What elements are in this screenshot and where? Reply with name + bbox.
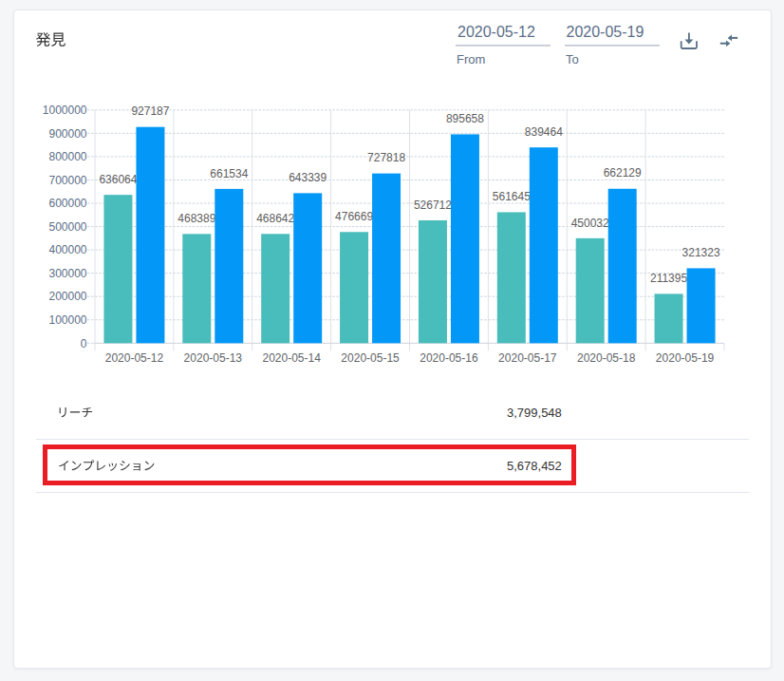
svg-text:2020-05-19: 2020-05-19: [567, 24, 644, 40]
svg-text:2020-05-15: 2020-05-15: [341, 351, 400, 365]
svg-text:0: 0: [81, 337, 87, 350]
svg-text:643339: 643339: [289, 171, 327, 184]
svg-text:700000: 700000: [48, 174, 86, 187]
svg-text:400000: 400000: [48, 243, 86, 256]
svg-text:526712: 526712: [414, 199, 452, 212]
svg-text:3,799,548: 3,799,548: [507, 406, 562, 420]
svg-text:2020-05-12: 2020-05-12: [457, 24, 535, 40]
svg-text:From: From: [457, 52, 485, 66]
svg-text:2020-05-19: 2020-05-19: [656, 351, 715, 365]
svg-text:476669: 476669: [335, 210, 373, 223]
svg-text:900000: 900000: [48, 127, 86, 141]
svg-text:500000: 500000: [48, 220, 86, 234]
svg-text:636064: 636064: [99, 173, 137, 186]
svg-text:561645: 561645: [493, 190, 531, 203]
svg-text:300000: 300000: [48, 267, 86, 280]
svg-text:2020-05-16: 2020-05-16: [420, 351, 478, 365]
svg-text:468389: 468389: [177, 212, 215, 225]
svg-text:927187: 927187: [131, 104, 169, 118]
svg-text:To: To: [566, 52, 579, 66]
svg-text:100000: 100000: [48, 313, 86, 327]
svg-text:1000000: 1000000: [43, 104, 87, 117]
svg-text:211395: 211395: [650, 272, 687, 285]
svg-text:2020-05-18: 2020-05-18: [577, 351, 636, 365]
svg-text:600000: 600000: [48, 197, 86, 210]
svg-text:727818: 727818: [367, 151, 405, 164]
svg-text:661534: 661534: [210, 167, 248, 180]
svg-text:2020-05-17: 2020-05-17: [498, 351, 557, 365]
svg-text:839464: 839464: [525, 125, 563, 139]
svg-text:200000: 200000: [48, 290, 86, 303]
svg-text:321323: 321323: [682, 246, 720, 259]
svg-text:2020-05-13: 2020-05-13: [184, 351, 243, 365]
svg-text:2020-05-14: 2020-05-14: [262, 351, 321, 365]
svg-text:662129: 662129: [604, 166, 642, 180]
svg-text:2020-05-12: 2020-05-12: [105, 351, 164, 365]
svg-text:895658: 895658: [446, 112, 484, 125]
svg-text:450032: 450032: [571, 217, 609, 230]
svg-text:468642: 468642: [256, 212, 294, 225]
svg-text:800000: 800000: [48, 150, 86, 163]
